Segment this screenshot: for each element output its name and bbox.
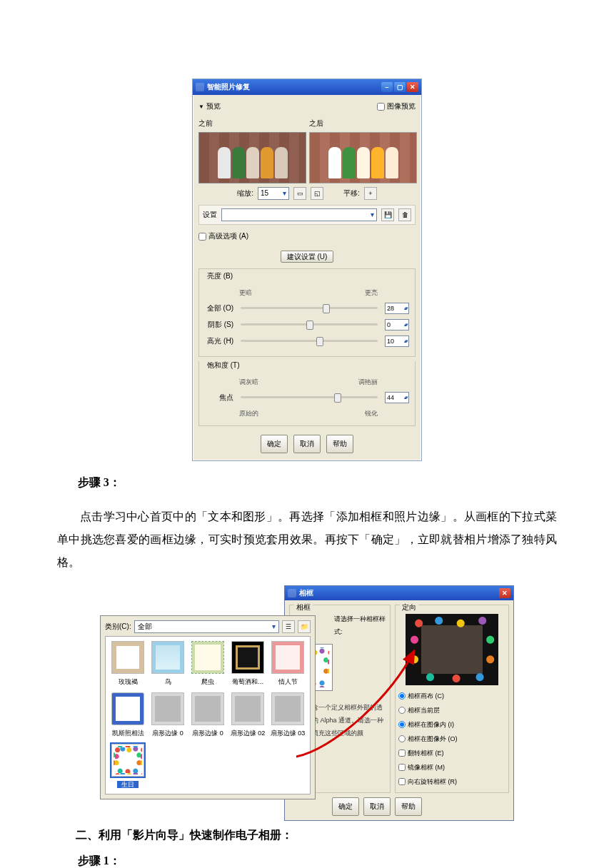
minimize-button[interactable]: – [381,82,393,92]
frame-item-fan3[interactable]: 扇形边缘 03 [270,692,306,740]
radio-frame-canvas[interactable]: 相框画布 (C) [398,690,505,702]
step3-heading: 步骤 3： [78,471,557,494]
slider-highlight-label: 高光 (H) [205,334,233,348]
radio-frame-inside[interactable]: 相框在图像内 (I) [398,718,505,731]
slider-all-value[interactable]: 28 [385,303,409,314]
advanced-options-checkbox[interactable]: 高级选项 (A) [198,229,248,243]
settings-label: 设置 [203,208,217,222]
preset-select[interactable] [221,208,377,221]
brightness-group: 亮度 (B) 更暗更亮 全部 (O) 28 阴影 (S) 0 高光 (H) [198,268,416,357]
before-thumbnail [198,132,306,183]
frame-item-bird[interactable]: 鸟 [150,641,186,688]
slider-all-label: 全部 (O) [205,301,233,316]
radio-frame-outside[interactable]: 相框在图像外 (O) [398,732,505,745]
slider-focus[interactable] [241,396,378,398]
frame-item-wine[interactable]: 葡萄酒和… [230,641,266,688]
after-thumbnail [309,132,417,183]
figure-frame-picker: 相框 ✕ 相框 请选择一种相框样式: 相框包含一个定义相框外部的透明区域的 Al… [100,585,514,807]
slider-all[interactable] [241,307,378,309]
check-rotate-frame[interactable]: 向右旋转相框 (R) [398,775,505,788]
image-preview-checkbox[interactable]: 图像预览 [377,99,416,113]
cancel-button[interactable]: 取消 [293,435,321,453]
slider-focus-value[interactable]: 44 [385,392,409,403]
close-button[interactable]: ✕ [499,588,510,598]
frame-help-button[interactable]: 帮助 [395,797,422,816]
app-icon [288,589,296,597]
frame-item-valentine[interactable]: 情人节 [270,641,306,688]
frame-item-fan0a[interactable]: 扇形边缘 0 [150,692,186,740]
frame-item-bugs[interactable]: 爬虫 [190,641,226,688]
slider-shadow-value[interactable]: 0 [385,319,409,330]
frame-item-ragged[interactable]: 凯斯照相法 [110,692,146,740]
section2-heading: 二、利用「影片向导」快速制作电子相册： [76,824,557,847]
frame-cancel-button[interactable]: 取消 [363,797,391,816]
help-button[interactable]: 帮助 [326,435,353,453]
ok-button[interactable]: 确定 [261,435,288,453]
radio-frame-current-layer[interactable]: 相框当前层 [398,704,505,717]
actual-size-icon[interactable]: ◱ [311,187,323,200]
titlebar: 智能照片修复 – ▢ ✕ [193,79,421,95]
maximize-button[interactable]: ▢ [394,82,406,92]
before-label: 之前 [198,116,305,131]
zoom-select[interactable]: 15 [258,187,289,200]
slider-highlight[interactable] [241,340,378,342]
frame-item-fan0b[interactable]: 扇形边缘 0 [190,692,226,740]
preview-toggle[interactable]: 预览 [198,99,221,113]
fit-window-icon[interactable]: ▭ [293,187,306,200]
saturation-group: 饱和度 (T) 调灰暗调艳丽 焦点 44 原始的锐化 [198,361,416,426]
dialog-frame: 相框 ✕ 相框 请选择一种相框样式: 相框包含一个定义相框外部的透明区域的 Al… [284,585,514,821]
suggest-settings-button[interactable]: 建议设置 (U) [281,251,334,263]
frame-ok-button[interactable]: 确定 [332,797,359,816]
dialog-title: 智能照片修复 [207,80,381,94]
frame-dialog-title: 相框 [299,586,499,600]
frame-style-prompt: 请选择一种相框样式: [334,612,387,638]
delete-preset-icon[interactable]: 🗑 [398,208,411,221]
frame-right-legend: 定向 [400,600,418,615]
frame-item-rose[interactable]: 玫瑰褐 [110,641,146,688]
category-select[interactable]: 全部 [134,620,279,633]
frame-left-legend: 相框 [294,600,313,615]
category-folder-icon[interactable]: 📁 [298,620,311,633]
app-icon [196,83,204,91]
category-label: 类别(C): [105,620,131,634]
zoom-label: 缩放: [237,186,253,201]
pan-button[interactable]: + [364,187,377,200]
close-button[interactable]: ✕ [407,82,418,92]
step1-heading: 步骤 1： [78,849,557,869]
pan-label: 平移: [343,186,360,201]
frame-item-birthday[interactable]: 生日 [110,744,146,791]
figure-smart-repair: 智能照片修复 – ▢ ✕ 预览 图像预览 之前 [57,79,557,461]
frame-grid: 玫瑰褐 鸟 爬虫 葡萄酒和… 情人节 凯斯照相法 扇形边缘 0 扇形边缘 0 扇… [105,636,311,794]
check-mirror-frame[interactable]: 镜像相框 (M) [398,761,505,774]
step3-paragraph: 点击学习中心首页中的「文本和图形」。再选择「添加相框和照片边缘」。从画框的下拉式… [57,505,557,574]
slider-highlight-value[interactable]: 10 [385,335,409,347]
dialog-frame-category: 类别(C): 全部 ☰ 📁 玫瑰褐 鸟 爬虫 葡萄酒和… 情人节 凯斯照相法 扇… [100,615,316,799]
category-details-icon[interactable]: ☰ [282,620,295,633]
frame-item-fan2[interactable]: 扇形边缘 02 [230,692,266,740]
dialog-smart-photo-repair: 智能照片修复 – ▢ ✕ 预览 图像预览 之前 [192,79,422,461]
frame-preview [406,614,498,685]
slider-shadow-label: 阴影 (S) [205,318,233,332]
slider-shadow[interactable] [241,323,378,326]
check-flip-frame[interactable]: 翻转相框 (E) [398,747,505,760]
slider-focus-label: 焦点 [205,390,233,405]
after-label: 之后 [309,116,416,131]
save-preset-icon[interactable]: 💾 [381,208,394,221]
